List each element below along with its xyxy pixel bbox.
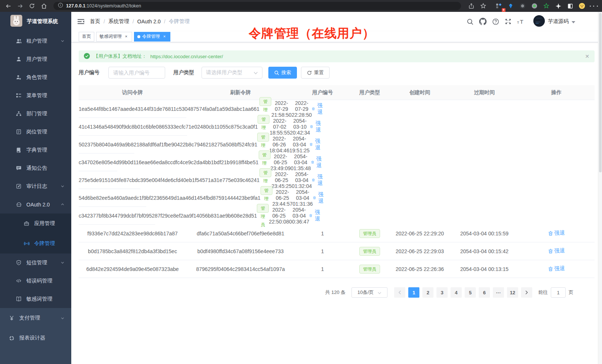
table-row: 1ea5e44f8bc1467aaede43144f31de76 811c530… <box>79 100 186 118</box>
sidebar-item[interactable]: 敏感词管理 <box>0 290 71 308</box>
address-bar[interactable]: 127.0.0.1:1024/system/oauth2/token <box>53 2 461 10</box>
force-logout-button[interactable]: 强退 <box>310 138 321 151</box>
action-cell: 强退 <box>310 120 321 133</box>
site-info-icon[interactable] <box>58 3 63 9</box>
expire-time-cell: 2054-03-04 19:51:25 <box>289 136 310 153</box>
extension-pinwheel-icon[interactable] <box>553 1 563 11</box>
created-time-cell: 2022-07-02 18:55:55 <box>269 118 289 136</box>
sidebar-item[interactable]: 岗位管理 <box>0 123 71 141</box>
expire-time-cell: 2054-03-04 00:36:47 <box>289 207 309 225</box>
table-header-row: 访问令牌刷新令牌用户编号用户类型创建时间过期时间操作 <box>79 85 595 100</box>
tag-view-tab[interactable]: 首页 <box>79 32 94 42</box>
user-id-input[interactable] <box>108 67 165 79</box>
page-scrollbar[interactable] <box>598 12 602 364</box>
browser-back-icon[interactable] <box>3 1 13 11</box>
search-icon[interactable] <box>467 18 474 25</box>
refresh-token-cell: 8796295f04064c2983414cc54af1097a <box>186 266 295 272</box>
breadcrumb-item[interactable]: 令牌管理 <box>169 18 190 25</box>
next-page-button[interactable] <box>521 287 532 298</box>
user-type-badge: 管理员 <box>257 204 269 213</box>
github-icon[interactable] <box>479 18 487 25</box>
sidebar-item[interactable]: 报表设计器 <box>0 328 71 348</box>
page-button[interactable]: 2 <box>422 287 433 298</box>
access-token-cell: 1ea5e44f8bc1467aaede43144f31de76 <box>79 106 168 112</box>
force-logout-button[interactable]: 强退 <box>548 230 565 236</box>
sidebar-item[interactable]: 租户管理 <box>0 32 71 50</box>
fullscreen-icon[interactable] <box>505 18 511 25</box>
sidebar-item[interactable]: 应用管理 <box>0 214 71 234</box>
sidebar-item[interactable]: 字典管理 <box>0 141 71 159</box>
browser-menu-icon[interactable] <box>589 1 599 11</box>
role-icon <box>16 75 22 80</box>
sidebar-item[interactable]: 令牌管理 <box>0 234 71 254</box>
browser-reload-icon[interactable] <box>27 1 37 11</box>
sidebar-item[interactable]: 短信管理 <box>0 254 71 272</box>
page-button[interactable]: 6 <box>479 287 490 298</box>
browser-home-icon[interactable] <box>39 1 49 11</box>
page-button[interactable]: 4 <box>451 287 462 298</box>
reset-button[interactable]: 重置 <box>301 67 330 79</box>
force-logout-button[interactable]: 强退 <box>311 156 323 169</box>
sidebar-item[interactable]: 审计日志 <box>0 177 71 195</box>
extension-blocks-icon[interactable]: 9 <box>494 1 504 11</box>
sidebar-item[interactable]: 用户管理 <box>0 50 71 68</box>
force-logout-button[interactable]: 强退 <box>312 102 323 116</box>
user-type-cell: 管理员 <box>350 247 389 256</box>
sidebar-item[interactable]: 通知公告 <box>0 159 71 177</box>
close-icon[interactable]: × <box>162 34 167 39</box>
doc-link[interactable]: https://doc.iocoder.cn/user-center/ <box>150 54 223 59</box>
tag-view-tab[interactable]: 令牌管理 × <box>134 32 170 42</box>
expire-time-cell: 2054-03-04 01:35:48 <box>291 153 311 171</box>
sidebar-item[interactable]: 错误码管理 <box>0 272 71 290</box>
breadcrumb-item[interactable]: 首页 <box>90 18 108 25</box>
page-button[interactable]: 1 <box>408 287 419 298</box>
force-logout-button[interactable]: 强退 <box>313 191 324 205</box>
page-size-select[interactable]: 10条/页 <box>351 287 387 298</box>
sidebar-item[interactable]: OAuth 2.0 <box>0 195 71 214</box>
chart-ring-icon <box>9 335 15 341</box>
bookmark-star-icon[interactable] <box>478 1 488 11</box>
shield-icon <box>16 260 22 265</box>
page-button[interactable]: 12 <box>507 287 518 298</box>
extension-green-dot-icon[interactable] <box>529 1 540 11</box>
force-logout-button[interactable]: 强退 <box>548 248 565 254</box>
share-icon[interactable] <box>466 1 477 11</box>
scrollbar-thumb[interactable] <box>599 13 602 172</box>
sidebar-item[interactable]: 角色管理 <box>0 68 71 86</box>
extension-green-star-icon[interactable] <box>541 1 552 11</box>
prev-page-button[interactable] <box>394 287 405 298</box>
browser-forward-icon[interactable] <box>15 1 25 11</box>
search-button[interactable]: 搜索 <box>268 67 297 79</box>
force-logout-button[interactable]: 强退 <box>309 209 321 222</box>
font-size-icon[interactable]: TT <box>517 18 525 25</box>
page-button[interactable]: ··· <box>493 287 504 298</box>
force-logout-button[interactable]: 强退 <box>310 120 321 133</box>
close-icon[interactable]: × <box>124 34 129 39</box>
user-type-select[interactable]: 请选择用户类型 <box>202 67 262 79</box>
tag-view-tab[interactable]: 敏感词管理 × <box>96 32 132 42</box>
created-time-cell: 2022-06-25 23:45:25 <box>271 171 291 189</box>
created-time-cell: 2022-07-29 21:58:50 <box>271 100 291 118</box>
force-logout-button[interactable]: 强退 <box>548 265 565 272</box>
user-type-badge: 管理员 <box>257 133 269 142</box>
sidebar-item[interactable]: 部门管理 <box>0 105 71 123</box>
extension-dark-circle-icon[interactable] <box>517 1 528 11</box>
extension-gem-icon[interactable] <box>506 1 516 11</box>
user-type-badge: 管理员 <box>259 97 271 106</box>
sidebar-item[interactable]: 支付管理 <box>0 308 71 328</box>
extension-side-panel-icon[interactable] <box>565 1 575 11</box>
help-icon[interactable] <box>492 18 499 25</box>
breadcrumb-item[interactable]: OAuth 2.0 <box>137 19 169 24</box>
page-button[interactable]: 3 <box>436 287 448 298</box>
page-button[interactable]: 5 <box>465 287 476 298</box>
alert-close-icon[interactable]: ✕ <box>585 53 589 59</box>
goto-page-input[interactable] <box>551 287 566 298</box>
sidebar-item[interactable]: 菜单管理 <box>0 86 71 105</box>
profile-avatar-icon[interactable] <box>577 1 587 11</box>
force-logout-button[interactable]: 强退 <box>312 173 323 187</box>
breadcrumb-item[interactable]: 系统管理 <box>108 18 137 25</box>
table-row: b0d1785bc3a8482f812db4a3f3bd15ec b0df498… <box>79 242 595 260</box>
table-row: c342377bf8b344799dcbf7bf095287f2 9ce8ef2… <box>79 207 155 225</box>
sidebar-collapse-icon[interactable] <box>77 18 85 25</box>
user-menu[interactable]: 芋道源码 <box>533 15 575 28</box>
